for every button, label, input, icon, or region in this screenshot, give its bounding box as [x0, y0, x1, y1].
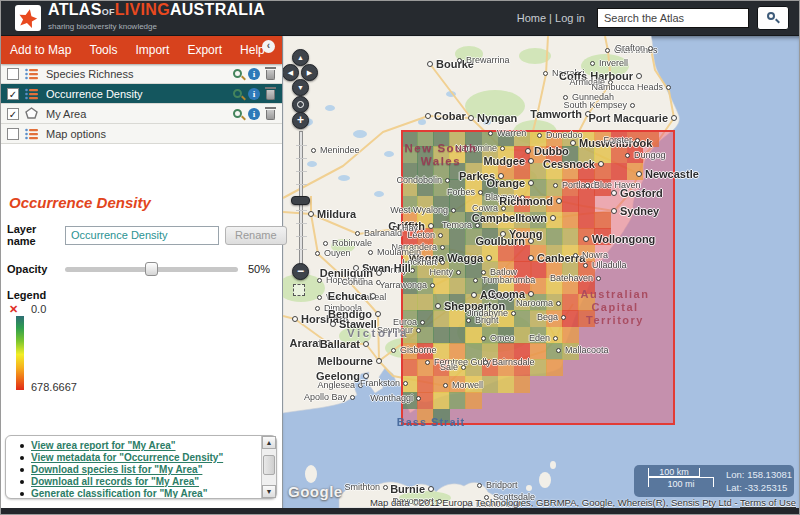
attribution-text: Map data ©2011 Europa Technologies, GBRM…	[370, 497, 740, 508]
zoom-to-layer-icon[interactable]	[233, 109, 242, 118]
zoom-to-layer-icon[interactable]	[233, 89, 242, 98]
brand-tagline: sharing biodiversity knowledge	[48, 20, 265, 33]
sidebar: Add to MapToolsImportExportHelp‹ Species…	[1, 36, 283, 508]
layer-row-my-area[interactable]: ✓My Areai	[1, 104, 282, 124]
opacity-slider-handle[interactable]	[145, 262, 158, 276]
zoom-out-button[interactable]: −	[292, 263, 309, 280]
menu-add-to-map[interactable]: Add to Map	[1, 43, 80, 57]
link-view-metadata-for-occur[interactable]: View metadata for "Occurrence Density"	[31, 452, 223, 463]
latitude-value: Lat: -33.25315	[726, 481, 792, 494]
layer-checkbox[interactable]: ✓	[7, 108, 19, 120]
bullet-icon	[20, 492, 24, 496]
link-generate-classification-[interactable]: Generate classification for "My Area"	[31, 488, 207, 498]
polygon-icon	[25, 107, 40, 120]
ala-logo[interactable]	[15, 5, 41, 31]
layer-info-icon[interactable]: i	[248, 108, 260, 120]
legend: ✕ 0.0 678.6667	[7, 303, 276, 403]
layer-checkbox[interactable]: ✓	[7, 88, 19, 100]
bullet-icon	[20, 444, 24, 448]
scrollbar-thumb[interactable]	[263, 455, 275, 475]
sidebar-menubar: Add to MapToolsImportExportHelp‹	[1, 36, 282, 64]
zoom-tick	[296, 184, 307, 185]
layer-list-icon	[25, 128, 40, 140]
opacity-slider[interactable]	[65, 267, 238, 272]
my-area-border	[401, 130, 675, 425]
layer-checkbox[interactable]	[7, 128, 19, 140]
map-attribution: Map data ©2011 Europa Technologies, GBRM…	[370, 497, 796, 508]
opacity-value: 50%	[248, 263, 276, 275]
menu-export[interactable]: Export	[178, 43, 231, 57]
action-link-row: Download species list for "My Area"	[14, 464, 259, 475]
layer-list-icon	[25, 68, 40, 80]
zoom-in-button[interactable]: +	[292, 112, 309, 129]
scrollbar-track[interactable]	[262, 449, 276, 485]
zoom-slider-handle[interactable]	[291, 196, 310, 205]
action-links-panel: View area report for "My Area"View metad…	[5, 435, 277, 499]
zoom-tick	[296, 249, 307, 250]
brand-title: ATLASOFLIVINGAUSTRALIA sharing biodivers…	[48, 3, 265, 33]
cursor-coordinates: Lon: 158.13081 Lat: -33.25315	[726, 468, 792, 494]
zoom-tick	[296, 171, 307, 172]
pan-down-button[interactable]: ▼	[292, 79, 309, 96]
ala-logo-icon	[18, 8, 38, 28]
longitude-value: Lon: 158.13081	[726, 468, 792, 481]
home-login-links[interactable]: Home | Log in	[517, 12, 585, 24]
sidebar-collapse-button[interactable]: ‹	[262, 40, 275, 53]
brand-atlas: ATLAS	[48, 1, 102, 18]
zoom-to-layer-icon[interactable]	[233, 69, 242, 78]
layer-row-occurrence-density[interactable]: ✓Occurrence Densityi	[1, 84, 282, 104]
link-download-all-records-for[interactable]: Download all records for "My Area"	[31, 476, 199, 487]
legend-label: Legend	[7, 289, 276, 301]
bullet-icon	[20, 480, 24, 484]
legend-min-value: 0.0	[31, 303, 46, 315]
layer-label: Species Richness	[46, 68, 233, 80]
zoom-tick	[296, 236, 307, 237]
zoom-tick	[296, 210, 307, 211]
layer-row-species-richness[interactable]: Species Richnessi	[1, 64, 282, 84]
action-links: View area report for "My Area"View metad…	[6, 436, 261, 498]
layer-label: Map options	[46, 128, 282, 140]
app-window: ATLASOFLIVINGAUSTRALIA sharing biodivers…	[0, 0, 800, 515]
links-scrollbar[interactable]: ▲ ▼	[261, 436, 276, 498]
brand-australia: AUSTRALIA	[170, 1, 265, 18]
action-link-row: Generate classification for "My Area"	[14, 488, 259, 498]
scale-km: 100 km	[648, 468, 700, 477]
search-input[interactable]	[597, 8, 749, 28]
layer-info-icon[interactable]: i	[248, 68, 260, 80]
menu-import[interactable]: Import	[126, 43, 178, 57]
link-download-species-list-fo[interactable]: Download species list for "My Area"	[31, 464, 202, 475]
scale-bars: 100 km 100 mi	[642, 468, 722, 494]
layer-list-icon	[25, 88, 40, 100]
layer-name-input[interactable]	[65, 226, 219, 245]
legend-max-value: 678.6667	[31, 381, 77, 393]
rename-button[interactable]: Rename	[225, 226, 287, 245]
menu-tools[interactable]: Tools	[80, 43, 126, 57]
layer-info-icon[interactable]: i	[248, 88, 260, 100]
delete-layer-icon[interactable]	[266, 90, 275, 100]
scroll-down-button[interactable]: ▼	[262, 485, 276, 498]
reset-view-button[interactable]	[292, 96, 309, 113]
drag-zoom-tool[interactable]	[293, 284, 305, 296]
layer-checkbox[interactable]	[7, 68, 19, 80]
search-button[interactable]	[757, 6, 789, 30]
bullet-icon	[20, 468, 24, 472]
legend-gradient-bar	[16, 316, 24, 390]
zoom-tick	[296, 145, 307, 146]
zoom-tick	[296, 223, 307, 224]
header-bar: ATLASOFLIVINGAUSTRALIA sharing biodivers…	[1, 1, 799, 36]
scale-coords-box: 100 km 100 mi Lon: 158.13081 Lat: -33.25…	[634, 465, 794, 497]
search-icon	[767, 12, 775, 20]
pan-right-button[interactable]: ▶	[301, 64, 318, 81]
opacity-label: Opacity	[7, 263, 65, 275]
action-link-row: View area report for "My Area"	[14, 440, 259, 451]
action-link-row: View metadata for "Occurrence Density"	[14, 452, 259, 463]
delete-layer-icon[interactable]	[266, 110, 275, 120]
map-canvas[interactable]: BourkeBrewarrinaNarrabriGlen InnesInvere…	[283, 36, 799, 508]
delete-layer-icon[interactable]	[266, 70, 275, 80]
scroll-up-button[interactable]: ▲	[262, 436, 276, 449]
layer-row-map-options[interactable]: Map options	[1, 124, 282, 144]
terms-of-use-link[interactable]: Terms of Use	[740, 497, 796, 508]
google-logo: Google	[288, 483, 343, 500]
window-footer-bar	[1, 508, 799, 514]
link-view-area-report-for-my[interactable]: View area report for "My Area"	[31, 440, 176, 451]
